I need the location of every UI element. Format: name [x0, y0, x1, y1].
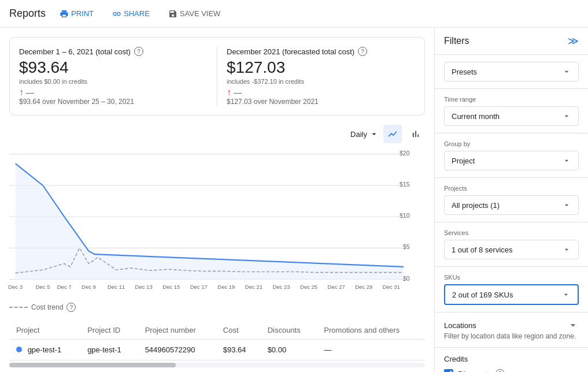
scrollbar-thumb: [9, 363, 176, 367]
col-project-number: Project number: [138, 321, 216, 340]
row-cost: $93.64: [216, 340, 261, 360]
card-divider: [217, 47, 217, 106]
card1-up-arrow-icon: ↑: [19, 87, 24, 98]
svg-text:Dec 7: Dec 7: [57, 284, 72, 290]
svg-text:$15: $15: [400, 181, 410, 188]
time-range-section: Time range Current month: [435, 89, 588, 133]
chart-controls: Daily: [9, 125, 425, 143]
credits-section: Credits Discounts ? Sustained use discou…: [435, 348, 588, 372]
filters-header: Filters ≫: [435, 28, 588, 55]
left-panel: December 1 – 6, 2021 (total cost) ? $93.…: [0, 28, 435, 372]
table-row: gpe-test-1 gpe-test-1 544960572290 $93.6…: [9, 340, 425, 360]
cost-trend-info-icon[interactable]: ?: [66, 303, 76, 312]
projects-section: Projects All projects (1): [435, 178, 588, 222]
svg-text:Dec 3: Dec 3: [8, 284, 23, 290]
presets-select[interactable]: Presets: [444, 62, 579, 81]
presets-chevron-icon: [562, 67, 571, 76]
line-chart-icon: [387, 129, 398, 139]
group-by-label: Group by: [444, 140, 579, 147]
main-container: December 1 – 6, 2021 (total cost) ? $93.…: [0, 28, 588, 372]
discounts-row: Discounts ?: [444, 368, 579, 372]
card-forecast: December 2021 (forecasted total cost) ? …: [227, 47, 415, 106]
credits-title: Credits: [444, 355, 468, 363]
discounts-label: Discounts: [458, 370, 491, 373]
skus-chevron-icon: [561, 290, 571, 299]
card2-amount: $127.03: [227, 58, 415, 77]
skus-section: SKUs 2 out of 169 SKUs: [435, 267, 588, 313]
card1-info-icon[interactable]: ?: [134, 47, 143, 56]
svg-text:Dec 5: Dec 5: [36, 284, 50, 290]
group-by-select[interactable]: Project: [444, 151, 579, 170]
discounts-info-icon[interactable]: ?: [495, 369, 505, 372]
time-range-chevron-icon: [562, 111, 571, 121]
col-cost: Cost: [216, 321, 261, 340]
projects-select[interactable]: All projects (1): [444, 195, 579, 215]
card1-title: December 1 – 6, 2021 (total cost) ?: [19, 47, 208, 56]
svg-text:Dec 15: Dec 15: [162, 284, 180, 290]
project-dot-icon: [16, 347, 22, 352]
svg-text:Dec 31: Dec 31: [383, 284, 400, 290]
save-icon: [168, 9, 177, 18]
svg-text:Dec 23: Dec 23: [272, 284, 290, 290]
card-current: December 1 – 6, 2021 (total cost) ? $93.…: [19, 47, 208, 106]
horizontal-scrollbar[interactable]: [9, 363, 425, 367]
daily-select-button[interactable]: Daily: [350, 129, 379, 139]
discounts-checkbox[interactable]: [444, 369, 453, 372]
card1-dash-icon: —: [26, 88, 34, 97]
locations-chevron-icon: [567, 319, 579, 331]
projects-chevron-icon: [562, 200, 571, 210]
svg-text:$5: $5: [403, 243, 410, 250]
summary-cards: December 1 – 6, 2021 (total cost) ? $93.…: [9, 37, 425, 116]
presets-section: Presets: [435, 55, 588, 89]
data-table: Project Project ID Project number Cost D…: [9, 321, 425, 360]
bar-chart-icon: [411, 129, 421, 139]
card2-title: December 2021 (forecasted total cost) ?: [227, 47, 415, 56]
row-promotions: —: [317, 340, 425, 360]
card2-dash-icon: —: [234, 88, 242, 97]
services-chevron-icon: [562, 245, 571, 254]
locations-sub: Filter by location data like region and …: [444, 332, 579, 340]
locations-label: Locations: [444, 321, 476, 330]
card2-info-icon[interactable]: ?: [358, 47, 367, 56]
col-promotions: Promotions and others: [317, 321, 425, 340]
data-table-wrapper: Project Project ID Project number Cost D…: [9, 321, 425, 367]
col-discounts: Discounts: [261, 321, 317, 340]
row-project-id: gpe-test-1: [80, 340, 138, 360]
page-title: Reports: [9, 8, 46, 20]
card2-up-arrow-icon: ↑: [227, 87, 231, 98]
svg-text:Dec 27: Dec 27: [328, 284, 345, 290]
group-by-chevron-icon: [562, 156, 571, 165]
bar-chart-button[interactable]: [406, 125, 425, 143]
col-project-id: Project ID: [80, 321, 138, 340]
services-section: Services 1 out of 8 services: [435, 222, 588, 267]
filters-collapse-button[interactable]: ≫: [568, 35, 579, 47]
projects-label: Projects: [444, 185, 579, 192]
services-select[interactable]: 1 out of 8 services: [444, 240, 579, 259]
time-range-select[interactable]: Current month: [444, 106, 579, 126]
cost-trend-legend: Cost trend ?: [9, 303, 425, 312]
svg-text:Dec 25: Dec 25: [300, 284, 317, 290]
card2-change: ↑ —: [227, 87, 415, 98]
card2-includes: includes -$372.10 in credits: [227, 78, 415, 85]
top-header: Reports PRINT SHARE SAVE VIEW: [0, 0, 588, 28]
share-button[interactable]: SHARE: [108, 7, 154, 21]
filters-panel: Filters ≫ Presets Time range Current mon…: [435, 28, 588, 372]
svg-text:$0: $0: [403, 275, 410, 282]
skus-select[interactable]: 2 out of 169 SKUs: [444, 284, 579, 305]
chart-area: $20 $15 $10 $5 $0 Dec 3 Dec 5: [9, 148, 425, 298]
svg-text:Dec 9: Dec 9: [82, 284, 96, 290]
row-project: gpe-test-1: [9, 340, 80, 360]
credits-header: Credits: [444, 355, 579, 363]
print-button[interactable]: PRINT: [55, 7, 98, 21]
share-icon: [112, 9, 121, 18]
svg-text:$20: $20: [400, 150, 410, 157]
card1-change: ↑ —: [19, 87, 208, 98]
dashed-line-icon: [9, 307, 28, 308]
row-discounts: $0.00: [261, 340, 317, 360]
save-view-button[interactable]: SAVE VIEW: [164, 7, 225, 21]
discounts-collapse-icon[interactable]: [567, 368, 579, 372]
col-project: Project: [9, 321, 80, 340]
locations-row[interactable]: Locations: [444, 319, 579, 331]
svg-text:Dec 13: Dec 13: [135, 284, 153, 290]
line-chart-button[interactable]: [383, 125, 402, 143]
